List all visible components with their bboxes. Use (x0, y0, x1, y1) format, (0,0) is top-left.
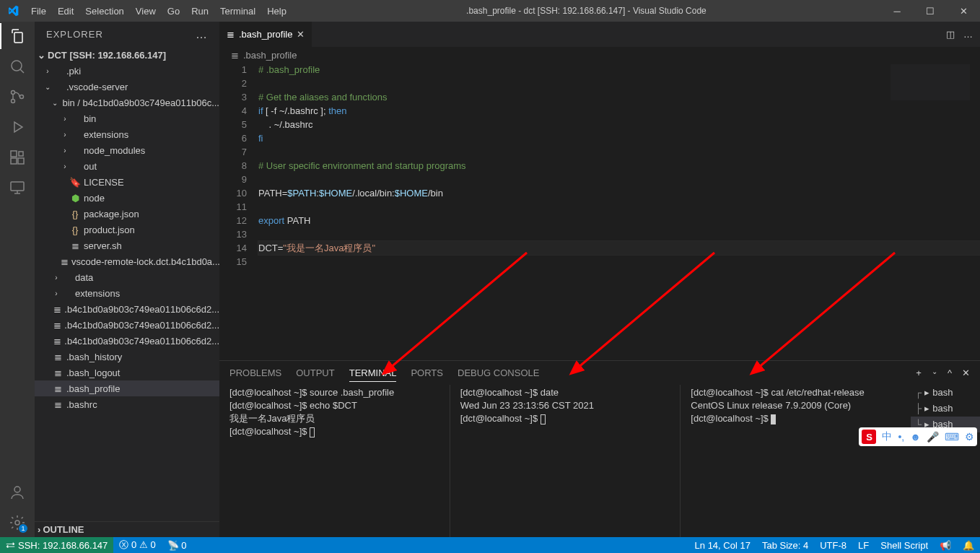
notifications-icon[interactable]: 🔔 (957, 540, 980, 551)
chevron-icon: ⌄ (43, 83, 52, 91)
language-mode[interactable]: Shell Script (875, 540, 934, 551)
terminal-list-item[interactable]: ├ ▸ bash (911, 401, 980, 417)
tree-item[interactable]: ›.pki (35, 63, 219, 79)
tree-label: product.json (84, 225, 135, 235)
encoding[interactable]: UTF-8 (814, 540, 852, 551)
folder-header[interactable]: ⌄ DCT [SSH: 192.168.66.147] (35, 47, 219, 63)
tree-label: .bash_logout (66, 367, 120, 378)
panel-tab-terminal[interactable]: TERMINAL (349, 365, 397, 382)
tree-item[interactable]: ≣.bash_history (35, 349, 219, 365)
close-button[interactable]: ✕ (947, 0, 980, 22)
file-icon: {} (69, 209, 81, 219)
chevron-icon: › (61, 162, 69, 170)
tree-item[interactable]: ›bin (35, 110, 219, 126)
eol[interactable]: LF (852, 540, 875, 551)
tab-size[interactable]: Tab Size: 4 (756, 540, 814, 551)
minimap[interactable] (891, 64, 970, 100)
tree-item[interactable]: ≣.b4c1bd0a9b03c749ea011b06c6d2... (35, 333, 219, 349)
tree-label: .bash_history (66, 352, 122, 362)
ime-lang[interactable]: 中 (882, 430, 892, 443)
ime-settings-icon[interactable]: ⚙ (965, 431, 974, 443)
ime-toolbar[interactable]: S 中 •, ☻ 🎤 ⌨ ⚙ (859, 427, 977, 446)
tree-item[interactable]: {}product.json (35, 222, 219, 238)
split-editor-icon[interactable]: ◫ (946, 29, 955, 40)
tree-item[interactable]: ⌄.vscode-server (35, 79, 219, 95)
more-actions-icon[interactable]: … (963, 29, 973, 40)
svg-point-2 (12, 100, 15, 103)
code-content[interactable]: # .bash_profile # Get the aliases and fu… (258, 63, 980, 360)
panel-tab-output[interactable]: OUTPUT (296, 365, 334, 381)
ime-punct-icon[interactable]: •, (898, 431, 904, 443)
problems-status[interactable]: ⓧ 0 ⚠ 0 (113, 539, 161, 552)
tree-item[interactable]: ›out (35, 158, 219, 174)
tree-item[interactable]: ⌄bin / b4c1bd0a9b03c749ea011b06c... (35, 95, 219, 110)
maximize-button[interactable]: ☐ (914, 0, 947, 22)
accounts-icon[interactable] (9, 484, 26, 501)
menu-view[interactable]: View (130, 6, 162, 17)
menu-file[interactable]: File (25, 6, 52, 17)
file-icon: ≣ (61, 256, 69, 267)
minimize-button[interactable]: ─ (880, 0, 914, 22)
tree-item[interactable]: ≣.bashrc (35, 396, 219, 412)
file-icon: ≣ (52, 399, 64, 410)
panel-tab-debug-console[interactable]: DEBUG CONSOLE (458, 365, 539, 381)
menu-edit[interactable]: Edit (52, 6, 79, 17)
feedback-icon[interactable]: 📢 (934, 540, 957, 551)
svg-rect-6 (18, 158, 24, 164)
outline-header[interactable]: › OUTLINE (35, 521, 219, 537)
tree-item[interactable]: 🔖LICENSE (35, 174, 219, 190)
split-terminal-chevron-icon[interactable]: ⌄ (932, 365, 937, 381)
more-icon[interactable]: … (196, 28, 208, 41)
code-editor[interactable]: 123456789101112131415 # .bash_profile # … (219, 63, 980, 360)
explorer-icon[interactable] (9, 27, 26, 45)
terminal-pane-1[interactable]: [dct@localhost ~]$ source .bash_profile[… (219, 385, 450, 537)
run-debug-icon[interactable] (9, 118, 26, 136)
close-panel-icon[interactable]: ✕ (962, 365, 970, 381)
menu-help[interactable]: Help (261, 6, 292, 17)
menu-go[interactable]: Go (162, 6, 185, 17)
settings-icon[interactable]: 1 (9, 514, 26, 531)
terminal-pane-2[interactable]: [dct@localhost ~]$ dateWed Jun 23 23:13:… (450, 385, 681, 537)
tree-label: data (75, 272, 93, 283)
extensions-icon[interactable] (9, 149, 26, 166)
tree-item[interactable]: ≣.b4c1bd0a9b03c749ea011b06c6d2... (35, 317, 219, 333)
new-terminal-icon[interactable]: + (916, 365, 922, 381)
tab-bash-profile[interactable]: ≣ .bash_profile ✕ (219, 22, 312, 47)
source-control-icon[interactable] (9, 88, 26, 105)
sidebar-header: EXPLORER … (35, 22, 219, 47)
svg-point-1 (12, 91, 15, 95)
tree-item[interactable]: {}package.json (35, 206, 219, 222)
breadcrumb[interactable]: ≣ .bash_profile (219, 47, 980, 63)
remote-indicator[interactable]: ⮂ SSH: 192.168.66.147 (0, 537, 113, 553)
maximize-panel-icon[interactable]: ^ (948, 365, 952, 381)
remote-explorer-icon[interactable] (9, 179, 26, 196)
search-icon[interactable] (9, 58, 26, 75)
tree-item[interactable]: ≣server.sh (35, 238, 219, 253)
tree-item[interactable]: ≣vscode-remote-lock.dct.b4c1bd0a... (35, 253, 219, 269)
terminal-pane-3[interactable]: [dct@localhost ~]$ cat /etc/redhat-relea… (681, 385, 911, 537)
menu-run[interactable]: Run (185, 6, 214, 17)
close-icon[interactable]: ✕ (297, 29, 305, 40)
tree-item[interactable]: ≣.bash_logout (35, 365, 219, 380)
tree-item[interactable]: ›extensions (35, 126, 219, 142)
ime-emoji-icon[interactable]: ☻ (910, 431, 921, 443)
tree-item[interactable]: ≣.b4c1bd0a9b03c749ea011b06c6d2... (35, 301, 219, 317)
tree-item[interactable]: ›data (35, 269, 219, 285)
menu-selection[interactable]: Selection (79, 6, 129, 17)
panel-tab-problems[interactable]: PROBLEMS (229, 365, 281, 381)
tree-item[interactable]: ⬢node (35, 190, 219, 206)
chevron-icon: › (61, 115, 69, 123)
sogou-icon[interactable]: S (862, 430, 876, 444)
cursor-position[interactable]: Ln 14, Col 17 (689, 540, 756, 551)
tree-item[interactable]: ›extensions (35, 285, 219, 301)
ime-voice-icon[interactable]: 🎤 (927, 431, 939, 443)
menu-terminal[interactable]: Terminal (214, 6, 261, 17)
chevron-icon: › (61, 147, 69, 154)
panel-tab-ports[interactable]: PORTS (411, 365, 443, 381)
tree-item[interactable]: ≣.bash_profile (35, 380, 219, 396)
terminal-list-item[interactable]: ┌ ▸ bash (911, 385, 980, 401)
tab-label: .bash_profile (239, 29, 292, 40)
tree-item[interactable]: ›node_modules (35, 142, 219, 158)
ime-keyboard-icon[interactable]: ⌨ (945, 431, 959, 443)
ports-status[interactable]: 📡 0 (162, 540, 193, 551)
